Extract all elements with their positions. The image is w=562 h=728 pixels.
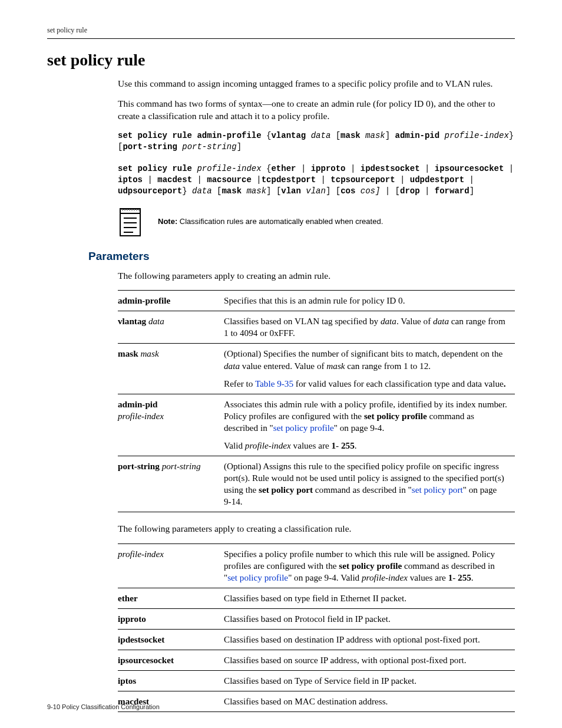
desc-bold: set policy port xyxy=(259,485,313,495)
page-title: set policy rule xyxy=(47,51,515,70)
note-label: Note: xyxy=(158,217,177,226)
parameters-intro-admin: The following parameters apply to creati… xyxy=(118,270,515,282)
table-row: ether Classifies based on type field in … xyxy=(118,588,515,608)
cross-ref-link[interactable]: set policy profile xyxy=(227,572,288,582)
param-desc: (Optional) Assigns this rule to the spec… xyxy=(224,456,515,512)
table-row: ipdestsocket Classifies based on destina… xyxy=(118,629,515,650)
desc-text: " on page 9‑4. xyxy=(334,423,385,433)
param-desc: Classifies based on VLAN tag specified b… xyxy=(224,311,515,344)
table-row: port-string port-string (Optional) Assig… xyxy=(118,456,515,512)
desc-text: - xyxy=(336,440,341,450)
desc-subpara: Valid profile-index values are 1- 255. xyxy=(224,440,509,452)
syntax-keyword: vlan xyxy=(281,186,301,196)
parameters-heading: Parameters xyxy=(88,250,515,263)
header-rule xyxy=(47,38,515,39)
syntax-keyword: admin-pid xyxy=(395,131,440,140)
syntax-keyword: macdest xyxy=(157,175,192,185)
intro-paragraph: Use this command to assign incoming unta… xyxy=(118,78,515,90)
param-term: ipproto xyxy=(118,608,224,629)
desc-bold: . xyxy=(504,378,506,388)
syntax-keyword: cos xyxy=(340,186,355,196)
desc-bold: set policy profile xyxy=(364,411,427,421)
param-desc: Associates this admin rule with a policy… xyxy=(224,394,515,456)
table-row: ipsourcesocket Classifies based on sourc… xyxy=(118,650,515,670)
desc-italic: profile-index xyxy=(245,440,291,450)
table-cross-ref-link[interactable]: Table 9‑35 xyxy=(255,378,293,388)
syntax-var: data xyxy=(311,131,331,140)
term-italic: profile-index xyxy=(118,549,164,559)
table-row: mask mask (Optional) Specifies the numbe… xyxy=(118,344,515,394)
table-row: admin-profile Specifies that this is an … xyxy=(118,291,515,311)
admin-parameters-table: admin-profile Specifies that this is an … xyxy=(118,290,515,512)
cross-ref-link[interactable]: set policy profile xyxy=(273,423,334,433)
syntax-keyword: tcpsourceport xyxy=(330,175,395,185)
desc-italic: data xyxy=(433,316,449,326)
desc-bold: 255 xyxy=(341,440,355,450)
desc-text: (Optional) Specifies the number of signi… xyxy=(224,348,503,358)
table-row: ipproto Classifies based on Protocol fie… xyxy=(118,608,515,629)
desc-text: command as described in " xyxy=(313,485,412,495)
param-desc: Specifies a policy profile number to whi… xyxy=(224,543,515,588)
syntax-keyword: udpdestport xyxy=(410,175,464,185)
param-desc: Classifies based on Protocol field in IP… xyxy=(224,608,515,629)
syntax-keyword: set policy rule xyxy=(118,164,192,173)
syntax-var: mask xyxy=(246,186,266,196)
desc-bold: 255 xyxy=(458,572,471,582)
term-italic: port-string xyxy=(162,461,201,471)
cross-ref-link[interactable]: set policy port xyxy=(412,485,463,495)
body-content: Use this command to assign incoming unta… xyxy=(118,78,515,237)
syntax-var: vlan xyxy=(306,186,326,196)
syntax-keyword: iptos xyxy=(118,175,143,185)
syntax-block-admin: set policy rule admin-profile {vlantag d… xyxy=(118,130,515,153)
term-bold: vlantag xyxy=(118,316,146,326)
parameters-body: The following parameters apply to creati… xyxy=(118,270,515,712)
syntax-keyword: udpsourceport xyxy=(118,186,182,196)
syntax-keyword: tcpdestport xyxy=(262,175,316,185)
term-italic: profile-index xyxy=(118,411,164,421)
syntax-keyword: forward xyxy=(435,186,470,196)
term-bold: admin-profile xyxy=(118,295,170,305)
table-row: profile-index Specifies a policy profile… xyxy=(118,543,515,588)
desc-bold: set policy profile xyxy=(339,561,402,571)
desc-text: value entered. Value of xyxy=(240,361,326,371)
table-row: vlantag data Classifies based on VLAN ta… xyxy=(118,311,515,344)
syntax-keyword: ipdestsocket xyxy=(361,164,420,173)
param-desc: Specifies that this is an admin rule for… xyxy=(224,291,515,311)
syntax-var: profile-index xyxy=(197,164,261,173)
syntax-keyword: mask xyxy=(222,186,242,196)
param-desc: Classifies based on source IP address, w… xyxy=(224,650,515,670)
desc-bold: 1 xyxy=(331,440,336,450)
param-term: vlantag data xyxy=(118,311,224,344)
syntax-keyword: ether xyxy=(271,164,296,173)
desc-text: Refer to xyxy=(224,378,255,388)
term-bold: port-string xyxy=(118,461,160,471)
desc-subpara: Refer to Table 9‑35 for valid values for… xyxy=(224,378,509,390)
syntax-keyword: macsource xyxy=(207,175,252,185)
syntax-var: data xyxy=(192,186,212,196)
table-row: iptos Classifies based on Type of Servic… xyxy=(118,671,515,691)
param-desc: Classifies based on type field in Ethern… xyxy=(224,588,515,608)
syntax-var: cos] xyxy=(361,186,381,196)
desc-italic: mask xyxy=(326,361,345,371)
running-header: set policy rule xyxy=(47,26,515,35)
param-desc: Classifies based on destination IP addre… xyxy=(224,629,515,650)
desc-text: values are xyxy=(408,572,448,582)
param-desc: (Optional) Specifies the number of signi… xyxy=(224,344,515,394)
syntax-var: profile-index xyxy=(445,131,509,140)
param-desc: Classifies based on Type of Service fiel… xyxy=(224,671,515,691)
param-term: ether xyxy=(118,588,224,608)
syntax-keyword: port-string xyxy=(123,142,177,151)
page-footer: 9-10 Policy Classification Configuration xyxy=(47,703,160,710)
intro-paragraph: This command has two forms of syntax—one… xyxy=(118,98,515,122)
desc-text: . xyxy=(471,572,474,582)
desc-text: " on page 9‑4. Valid xyxy=(288,572,362,582)
syntax-var: port-string xyxy=(182,142,236,151)
desc-italic: data xyxy=(381,316,396,326)
desc-text: values are xyxy=(291,440,332,450)
term-bold: admin-pid xyxy=(118,399,158,409)
param-term: admin-profile xyxy=(118,291,224,311)
syntax-keyword: set policy rule admin-profile xyxy=(118,131,262,140)
syntax-keyword: ipproto xyxy=(311,164,346,173)
term-italic: data xyxy=(148,316,164,326)
note-body: Classification rules are automatically e… xyxy=(180,217,383,226)
